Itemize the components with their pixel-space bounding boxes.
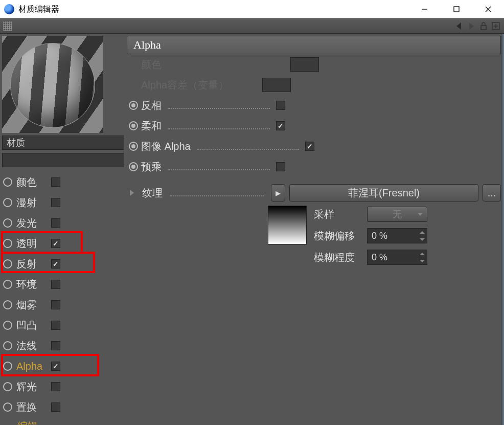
channel-凹凸[interactable]: 凹凸 — [2, 315, 120, 335]
channel-radio-icon[interactable] — [3, 402, 12, 412]
app-icon — [4, 4, 14, 14]
material-search-field[interactable] — [2, 153, 130, 167]
channel-radio-icon[interactable] — [3, 382, 12, 391]
prop-checkbox[interactable] — [305, 142, 314, 151]
channel-checkbox[interactable] — [51, 177, 60, 187]
blur-offset-field[interactable]: 0 % — [367, 228, 427, 243]
texture-select-button[interactable]: 菲涅耳(Fresnel) — [289, 184, 478, 202]
texture-preview[interactable] — [268, 206, 307, 244]
prop-checkbox[interactable] — [276, 101, 285, 110]
channel-置换[interactable]: 置换 — [2, 397, 120, 417]
channel-checkbox[interactable] — [51, 402, 60, 412]
channel-label: 反射 — [16, 257, 47, 271]
dotted-leader — [168, 163, 270, 170]
window-edge — [501, 34, 504, 425]
close-button[interactable] — [472, 0, 504, 18]
channel-label: 颜色 — [16, 175, 47, 189]
channel-checkbox[interactable] — [51, 382, 60, 391]
channel-烟雾[interactable]: 烟雾 — [2, 295, 120, 315]
channel-法线[interactable]: 法线 — [2, 335, 120, 356]
texture-more-button[interactable]: ... — [483, 184, 501, 202]
material-name-field[interactable] — [2, 136, 130, 150]
channel-radio-icon[interactable] — [3, 341, 12, 350]
channel-checkbox[interactable] — [51, 362, 60, 371]
prop-radio-icon[interactable] — [129, 101, 138, 110]
grid-icon[interactable] — [3, 21, 12, 31]
channel-checkbox[interactable] — [51, 321, 60, 330]
prop-checkbox[interactable] — [276, 162, 285, 171]
channel-环境[interactable]: 环境 — [2, 274, 120, 295]
dotted-leader — [235, 81, 242, 88]
prop-radio-icon[interactable] — [129, 142, 138, 151]
prop-tolerance: Alpha容差（变量） — [127, 75, 501, 95]
window-title: 材质编辑器 — [18, 4, 59, 15]
expand-icon[interactable] — [251, 82, 255, 88]
lock-icon[interactable] — [478, 21, 489, 31]
prop-radio-icon[interactable] — [129, 80, 138, 90]
channel-label: 透明 — [16, 237, 47, 251]
expand-icon[interactable] — [130, 190, 134, 196]
channel-radio-icon[interactable] — [3, 300, 12, 309]
channel-checkbox[interactable] — [51, 280, 60, 289]
back-arrow-icon[interactable] — [454, 21, 464, 31]
dotted-leader — [168, 102, 270, 109]
forward-arrow-icon[interactable] — [466, 21, 476, 31]
channel-checkbox[interactable] — [51, 341, 60, 350]
channel-radio-icon[interactable] — [3, 362, 12, 371]
prop-label: 颜色 — [141, 58, 162, 72]
prop-checkbox[interactable] — [276, 121, 285, 130]
channel-label: 辉光 — [16, 380, 47, 394]
channel-checkbox[interactable] — [51, 300, 60, 309]
channel-Alpha[interactable]: Alpha — [2, 356, 120, 376]
material-preview[interactable] — [2, 36, 103, 133]
color-swatch[interactable] — [290, 57, 319, 72]
channel-checkbox[interactable] — [51, 239, 60, 248]
channel-反射[interactable]: 反射 — [2, 254, 120, 274]
channel-label: 烟雾 — [16, 298, 47, 312]
dotted-leader — [168, 61, 270, 68]
sampling-label: 采样 — [314, 208, 362, 221]
channel-透明[interactable]: 透明 — [2, 233, 120, 254]
texture-label: 纹理 — [142, 186, 163, 200]
prop-color: 颜色 — [127, 54, 501, 75]
channel-发光[interactable]: 发光 — [2, 213, 120, 233]
prop-radio-icon[interactable] — [129, 162, 138, 171]
expand-icon[interactable] — [279, 61, 283, 68]
channel-颜色[interactable]: 颜色 — [2, 172, 120, 192]
channel-label: 漫射 — [16, 196, 47, 210]
prop-radio-icon[interactable] — [129, 121, 138, 130]
channel-label: 法线 — [16, 339, 47, 353]
channel-radio-icon[interactable] — [3, 259, 12, 269]
new-tag-icon[interactable] — [491, 21, 501, 31]
channel-label: Alpha — [16, 361, 47, 372]
highlight-box — [1, 252, 95, 273]
prop-label: 预乘 — [141, 160, 162, 174]
blur-scale-field[interactable]: 0 % — [367, 250, 427, 265]
channel-radio-icon[interactable] — [3, 239, 12, 248]
channel-checkbox[interactable] — [51, 198, 60, 207]
panel-header: Alpha — [127, 36, 501, 54]
maximize-button[interactable] — [441, 0, 472, 18]
edit-label[interactable]: 编辑 — [2, 419, 120, 425]
channel-漫射[interactable]: 漫射 — [2, 192, 120, 213]
sampling-dropdown[interactable]: 无 — [367, 207, 427, 222]
prop-radio-icon[interactable] — [129, 60, 138, 69]
color-swatch[interactable] — [262, 78, 291, 92]
highlight-box — [1, 354, 99, 376]
channel-radio-icon[interactable] — [3, 280, 12, 289]
channel-辉光[interactable]: 辉光 — [2, 376, 120, 397]
channel-radio-icon[interactable] — [3, 218, 12, 228]
panel-title: Alpha — [133, 38, 161, 52]
channel-radio-icon[interactable] — [3, 177, 12, 187]
blur-scale-label: 模糊程度 — [314, 251, 362, 264]
toolbar — [0, 18, 504, 34]
prop-invert: 反相 — [127, 95, 501, 116]
minimize-button[interactable] — [409, 0, 441, 18]
texture-arrow-button[interactable]: ▸ — [271, 184, 285, 202]
channel-radio-icon[interactable] — [3, 198, 12, 207]
channel-label: 凹凸 — [16, 319, 47, 332]
svg-rect-1 — [454, 7, 459, 12]
channel-checkbox[interactable] — [51, 259, 60, 269]
channel-radio-icon[interactable] — [3, 321, 12, 330]
channel-checkbox[interactable] — [51, 218, 60, 228]
